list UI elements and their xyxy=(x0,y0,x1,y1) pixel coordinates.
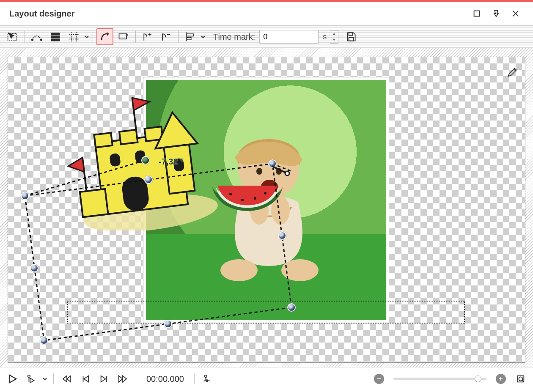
window-restore-button[interactable] xyxy=(467,6,486,21)
align-tool[interactable] xyxy=(182,28,199,45)
resize-handle-tm[interactable] xyxy=(144,175,153,184)
svg-point-17 xyxy=(281,259,319,281)
next-frame-button[interactable] xyxy=(97,372,111,386)
keyframe-add-tool[interactable] xyxy=(139,28,156,45)
time-mark-label: Time mark: xyxy=(213,32,255,42)
aux-selection-box[interactable] xyxy=(67,301,465,323)
svg-rect-5 xyxy=(51,36,59,38)
svg-point-11 xyxy=(256,168,262,175)
zoom-in-button[interactable]: + xyxy=(496,374,506,384)
resize-handle-br[interactable] xyxy=(287,303,296,312)
spinner-down[interactable]: ▼ xyxy=(330,37,338,43)
resize-handle-bl[interactable] xyxy=(40,336,48,345)
svg-point-3 xyxy=(41,39,42,41)
resize-handle-ml[interactable] xyxy=(30,264,38,272)
svg-marker-36 xyxy=(67,158,84,174)
time-mark-input[interactable] xyxy=(259,30,319,44)
rotation-readout: -7,32 ° xyxy=(159,157,184,167)
svg-point-20 xyxy=(254,197,256,200)
watermelon-illustration xyxy=(209,181,286,224)
svg-point-18 xyxy=(229,193,232,195)
svg-point-2 xyxy=(32,39,33,41)
time-mark-spinner[interactable]: ▲ ▼ xyxy=(330,30,338,44)
save-button[interactable] xyxy=(343,28,360,45)
play-mode-dropdown[interactable] xyxy=(42,377,47,381)
zoom-fit-button[interactable] xyxy=(514,372,528,386)
path-tool[interactable] xyxy=(28,28,45,45)
canvas-edit-button[interactable] xyxy=(505,65,520,80)
stack-tool[interactable] xyxy=(47,28,64,45)
svg-point-21 xyxy=(264,192,266,195)
svg-rect-25 xyxy=(119,130,137,145)
rewind-button[interactable] xyxy=(60,372,74,386)
window-pin-button[interactable] xyxy=(486,6,506,21)
toolbar-separator xyxy=(93,30,93,43)
svg-point-16 xyxy=(220,259,258,281)
align-dropdown[interactable] xyxy=(201,35,206,39)
svg-rect-4 xyxy=(51,33,59,35)
svg-rect-8 xyxy=(349,33,353,35)
window-title: Layout designer xyxy=(9,9,467,19)
freehand-rotate-tool[interactable] xyxy=(96,28,113,45)
svg-point-43 xyxy=(28,375,30,378)
window-close-button[interactable] xyxy=(506,6,525,21)
zoom-slider-thumb[interactable] xyxy=(475,376,481,382)
spinner-up[interactable]: ▲ xyxy=(330,30,338,37)
resize-handle-bm[interactable] xyxy=(164,320,172,328)
svg-rect-0 xyxy=(474,11,480,16)
toolbar-separator xyxy=(25,30,25,43)
toolbar-separator xyxy=(136,373,136,384)
keyframe-remove-tool[interactable] xyxy=(158,28,175,45)
svg-line-41 xyxy=(272,166,286,173)
design-canvas[interactable]: -7,32 ° xyxy=(8,57,525,363)
resize-handle-tl[interactable] xyxy=(21,192,29,200)
svg-point-45 xyxy=(206,380,208,382)
rotate-crank-icon[interactable] xyxy=(268,162,293,179)
svg-rect-37 xyxy=(80,189,108,217)
playback-timecode: 00:00.000 xyxy=(146,374,184,384)
crop-plus-tool[interactable] xyxy=(115,28,132,45)
select-tool[interactable] xyxy=(4,28,21,45)
svg-marker-34 xyxy=(132,96,151,110)
toolbar-separator xyxy=(53,373,54,384)
toolbar-separator xyxy=(178,30,179,43)
main-toolbar: Time mark: s ▲ ▼ xyxy=(0,25,533,48)
zoom-slider[interactable] xyxy=(393,378,486,380)
sandcastle-layer[interactable] xyxy=(67,78,220,230)
zoom-out-button[interactable]: − xyxy=(374,374,384,384)
time-mark-unit: s xyxy=(323,33,327,41)
svg-point-44 xyxy=(205,375,207,378)
toolbar-separator xyxy=(194,373,195,384)
toolbar-separator xyxy=(135,30,136,43)
svg-rect-6 xyxy=(51,39,59,41)
svg-rect-9 xyxy=(349,38,354,41)
pivot-handle[interactable] xyxy=(141,156,150,164)
play-button[interactable] xyxy=(5,372,19,386)
svg-point-42 xyxy=(285,171,289,175)
svg-rect-24 xyxy=(94,133,113,148)
svg-rect-7 xyxy=(119,34,127,39)
play-from-marker-button[interactable] xyxy=(24,372,38,386)
grid-dropdown[interactable] xyxy=(84,35,89,39)
resize-handle-mr[interactable] xyxy=(278,231,286,240)
preview-visibility-button[interactable] xyxy=(201,372,215,386)
fast-forward-button[interactable] xyxy=(115,372,130,386)
svg-point-19 xyxy=(241,199,244,201)
playback-bar: 00:00.000 − + xyxy=(0,367,533,392)
grid-tool[interactable] xyxy=(66,28,82,45)
prev-frame-button[interactable] xyxy=(78,372,93,386)
